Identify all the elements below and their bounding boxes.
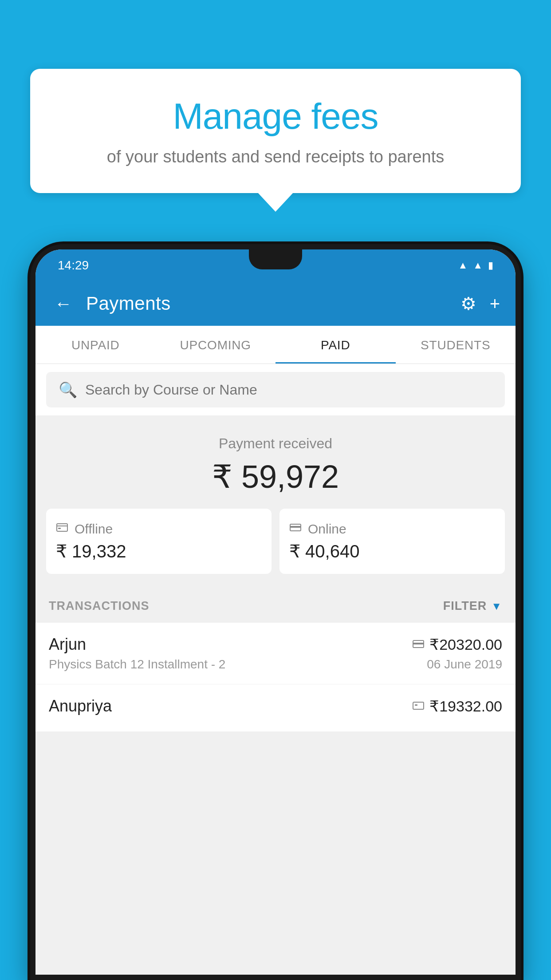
transaction-amount-wrap-anupriya: ₹19332.00 — [413, 697, 502, 715]
speech-bubble-subtext: of your students and send receipts to pa… — [55, 145, 496, 169]
filter-icon: ▼ — [491, 600, 502, 612]
app-title: Payments — [86, 293, 450, 314]
card-payment-icon — [413, 638, 424, 652]
status-time: 14:29 — [58, 258, 89, 273]
transactions-label: TRANSACTIONS — [49, 599, 150, 613]
tab-upcoming[interactable]: UPCOMING — [156, 326, 276, 364]
offline-amount: ₹ 19,332 — [56, 541, 262, 561]
transaction-amount-anupriya: ₹19332.00 — [429, 697, 502, 715]
transaction-top-arjun: Arjun ₹20320.00 — [49, 635, 502, 654]
status-icons: ▲ ▲ ▮ — [458, 260, 493, 271]
offline-payment-card: Offline ₹ 19,332 — [46, 509, 272, 574]
svg-rect-0 — [57, 524, 67, 531]
transaction-date-arjun: 06 June 2019 — [427, 657, 502, 672]
add-button[interactable]: + — [490, 294, 500, 314]
transaction-bottom-arjun: Physics Batch 12 Installment - 2 06 June… — [49, 657, 502, 672]
payment-summary: Payment received ₹ 59,972 — [35, 415, 516, 589]
settings-button[interactable]: ⚙ — [460, 293, 476, 314]
phone-screen: 14:29 ▲ ▲ ▮ ← Payments ⚙ + UNPAID — [35, 249, 516, 975]
svg-rect-7 — [413, 702, 424, 709]
tab-paid[interactable]: PAID — [276, 326, 396, 364]
app-bar-actions: ⚙ + — [460, 293, 500, 314]
filter-button[interactable]: FILTER ▼ — [443, 599, 502, 613]
transaction-top-anupriya: Anupriya ₹19332.00 — [49, 697, 502, 715]
cash-payment-icon — [413, 699, 424, 713]
svg-rect-2 — [58, 528, 61, 529]
battery-icon: ▮ — [488, 260, 493, 271]
phone-notch — [249, 249, 302, 269]
transaction-row[interactable]: Arjun ₹20320.00 Physics Batch 12 Install… — [35, 623, 516, 684]
app-bar: ← Payments ⚙ + — [35, 281, 516, 326]
phone-frame: 14:29 ▲ ▲ ▮ ← Payments ⚙ + UNPAID — [30, 244, 521, 980]
online-label: Online — [308, 522, 346, 537]
tab-students[interactable]: STUDENTS — [396, 326, 516, 364]
offline-label: Offline — [75, 522, 113, 537]
transactions-header: TRANSACTIONS FILTER ▼ — [35, 589, 516, 623]
status-bar: 14:29 ▲ ▲ ▮ — [35, 249, 516, 281]
payment-received-label: Payment received — [46, 435, 505, 452]
online-icon — [289, 521, 302, 537]
svg-rect-6 — [413, 643, 424, 644]
background: Manage fees of your students and send re… — [0, 0, 551, 980]
offline-icon — [56, 521, 68, 537]
transaction-name-arjun: Arjun — [49, 635, 86, 654]
svg-rect-4 — [290, 526, 301, 528]
online-payment-card: Online ₹ 40,640 — [279, 509, 505, 574]
wifi-icon: ▲ — [458, 260, 468, 271]
transaction-amount-arjun: ₹20320.00 — [429, 636, 502, 653]
transaction-name-anupriya: Anupriya — [49, 697, 112, 715]
transaction-course-arjun: Physics Batch 12 Installment - 2 — [49, 657, 225, 672]
signal-icon: ▲ — [473, 260, 483, 271]
filter-label: FILTER — [443, 599, 487, 613]
online-card-header: Online — [289, 521, 495, 537]
payment-cards: Offline ₹ 19,332 — [46, 509, 505, 574]
payment-total-amount: ₹ 59,972 — [46, 458, 505, 495]
search-input[interactable] — [85, 382, 492, 398]
transaction-row[interactable]: Anupriya ₹19332.00 — [35, 684, 516, 732]
speech-bubble: Manage fees of your students and send re… — [30, 69, 521, 193]
online-amount: ₹ 40,640 — [289, 541, 495, 561]
transaction-amount-wrap-arjun: ₹20320.00 — [413, 636, 502, 653]
search-bar-container: 🔍 — [35, 364, 516, 415]
svg-rect-8 — [415, 704, 417, 706]
search-icon: 🔍 — [59, 381, 77, 399]
tabs-bar: UNPAID UPCOMING PAID STUDENTS — [35, 326, 516, 364]
search-input-wrap[interactable]: 🔍 — [46, 372, 505, 407]
tab-unpaid[interactable]: UNPAID — [35, 326, 156, 364]
speech-bubble-heading: Manage fees — [55, 95, 496, 137]
offline-card-header: Offline — [56, 521, 262, 537]
back-button[interactable]: ← — [51, 294, 75, 314]
